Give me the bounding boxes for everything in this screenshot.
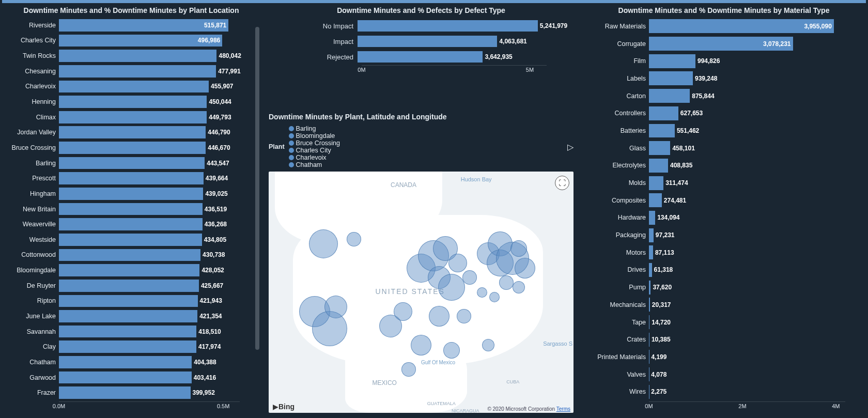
bar-row[interactable]: Clay417,974 [2, 339, 240, 354]
bar-row[interactable]: Savannah418,510 [2, 324, 240, 339]
map-bubble[interactable] [510, 240, 527, 257]
map-bubble[interactable] [394, 302, 412, 321]
legend-next-icon[interactable]: ▷ [567, 142, 574, 152]
map-bubble[interactable] [515, 258, 535, 278]
bar-category-label: Tape [582, 319, 649, 326]
bar-row[interactable]: Rejected3,642,935 [296, 50, 547, 64]
bar-row[interactable]: Motors87,113 [582, 244, 845, 261]
map-bubble[interactable] [489, 292, 500, 302]
map-bubble[interactable] [309, 229, 338, 258]
bar-row[interactable]: Henning450,044 [2, 94, 240, 110]
bar-category-label: Film [582, 57, 649, 65]
bar-row[interactable]: Mechanicals20,317 [582, 296, 845, 314]
chart-defect-type[interactable]: Downtime Minutes and % Defects by Defect… [265, 3, 578, 106]
map-bubble[interactable] [499, 275, 514, 290]
map-bubble[interactable] [482, 339, 494, 351]
map-bubble[interactable] [477, 287, 487, 298]
map-bubble[interactable] [457, 309, 471, 323]
bar-row[interactable]: Hingham439,025 [2, 186, 240, 202]
bar-row[interactable]: Hardware134,094 [582, 209, 845, 227]
bar-row[interactable]: Jordan Valley446,790 [2, 125, 240, 140]
legend-dot-icon [289, 126, 294, 131]
bar-track: 458,101 [649, 141, 845, 155]
map-terms-link[interactable]: Terms [556, 406, 570, 412]
bar-row[interactable]: Garwood403,416 [2, 370, 240, 385]
scrollbar-thumb[interactable] [255, 27, 259, 350]
bar-value-label: 436,268 [205, 221, 227, 228]
bar-fill: 994,826 [649, 54, 695, 68]
bar-row[interactable]: Barling443,547 [2, 156, 240, 171]
bar-row[interactable]: Ripton421,943 [2, 293, 240, 309]
bar-row[interactable]: Bloomingdale428,052 [2, 262, 240, 278]
map-bubble[interactable] [324, 296, 347, 318]
map-bubble[interactable] [429, 306, 450, 327]
bar-row[interactable]: June Lake421,354 [2, 308, 240, 324]
map-legend: Plant Barling Bloomingdale Bruce Crossin… [265, 124, 578, 172]
bar-row[interactable]: Carton875,844 [582, 87, 845, 105]
axis-tick: 0M [358, 67, 365, 73]
chart-material-type[interactable]: Downtime Minutes and % Downtime Minutes … [582, 3, 866, 415]
bar-row[interactable]: Valves4,078 [582, 366, 845, 383]
bar-row[interactable]: Composites274,481 [582, 192, 845, 209]
bar-row[interactable]: Tape14,720 [582, 314, 845, 331]
bar-row[interactable]: Cottonwood430,738 [2, 247, 240, 263]
bar-fill: 439,025 [59, 188, 203, 200]
bar-row[interactable]: Twin Rocks480,042 [2, 48, 240, 64]
bar-row[interactable]: Prescott439,664 [2, 171, 240, 186]
map-canvas[interactable]: CANADA Hudson Bay UNITED STATES MEXICO G… [269, 172, 574, 413]
map-bubble[interactable] [438, 274, 465, 301]
map-bubble[interactable] [513, 281, 525, 293]
bar-row[interactable]: Controllers627,653 [582, 104, 845, 122]
bar-row[interactable]: Pump37,620 [582, 278, 845, 296]
bar-row[interactable]: Electrolytes408,835 [582, 157, 845, 175]
legend-item[interactable]: Chatham [289, 161, 340, 168]
map-visual[interactable]: Downtime Minutes by Plant, Latitude and … [265, 111, 578, 415]
bar-row[interactable]: Climax449,793 [2, 110, 240, 125]
chart-plant-location[interactable]: Downtime Minutes and % Downtime Minutes … [2, 3, 260, 415]
map-bubble[interactable] [401, 362, 416, 377]
bar-row[interactable]: Glass458,101 [582, 140, 845, 157]
bar-row[interactable]: Batteries551,462 [582, 122, 845, 140]
bar-row[interactable]: Impact4,063,681 [296, 34, 547, 49]
bar-row[interactable]: Packaging97,231 [582, 226, 845, 244]
bar-row[interactable]: Printed Materials4,199 [582, 348, 845, 366]
map-bubble[interactable] [411, 335, 431, 355]
legend-item[interactable]: Bruce Crossing [289, 140, 340, 147]
bar-row[interactable]: Riverside515,871 [2, 18, 240, 33]
bar-row[interactable]: De Ruyter425,667 [2, 278, 240, 293]
bar-row[interactable]: Charles City496,986 [2, 33, 240, 49]
map-bubble[interactable] [448, 254, 467, 272]
bar-row[interactable]: Wires2,275 [582, 383, 845, 400]
bar-row[interactable]: Charlevoix455,907 [2, 79, 240, 95]
bar-row[interactable]: Westside434,805 [2, 232, 240, 247]
legend-item[interactable]: Charles City [289, 147, 340, 154]
axis-tick: 0M [645, 403, 653, 409]
bar-row[interactable]: Film994,826 [582, 52, 845, 70]
legend-item[interactable]: Charlevoix [289, 154, 340, 161]
bar-row[interactable]: New Britain436,519 [2, 202, 240, 217]
bar-track: 403,416 [59, 371, 240, 384]
bar-row[interactable]: No Impact5,241,979 [296, 19, 547, 33]
bar-row[interactable]: Chesaning477,991 [2, 64, 240, 79]
bar-row[interactable]: Labels939,248 [582, 70, 845, 87]
bar-track: 446,790 [59, 126, 240, 138]
bar-row[interactable]: Molds311,474 [582, 174, 845, 192]
bar-value-label: 458,101 [672, 145, 694, 152]
map-bubble[interactable] [462, 270, 477, 285]
chart-plant-body: Riverside515,871Charles City496,986Twin … [2, 17, 260, 401]
bar-row[interactable]: Weaverville436,268 [2, 216, 240, 232]
bar-row[interactable]: Chatham404,388 [2, 354, 240, 370]
bar-row[interactable]: Crates10,385 [582, 331, 845, 348]
bar-category-label: Riverside [2, 22, 59, 29]
legend-item[interactable]: Barling [289, 125, 340, 132]
focus-mode-icon[interactable]: ⛶ [555, 176, 569, 190]
legend-item[interactable]: Bloomingdale [289, 132, 340, 140]
map-bubble[interactable] [443, 342, 460, 359]
bar-track: 404,388 [59, 356, 240, 368]
bar-row[interactable]: Bruce Crossing446,670 [2, 140, 240, 156]
bar-row[interactable]: Raw Materials3,955,090 [582, 18, 845, 35]
bar-row[interactable]: Frazer399,952 [2, 385, 240, 400]
bar-row[interactable]: Drives61,318 [582, 261, 845, 279]
bar-row[interactable]: Corrugate3,078,231 [582, 35, 845, 53]
map-bubble[interactable] [347, 232, 361, 246]
